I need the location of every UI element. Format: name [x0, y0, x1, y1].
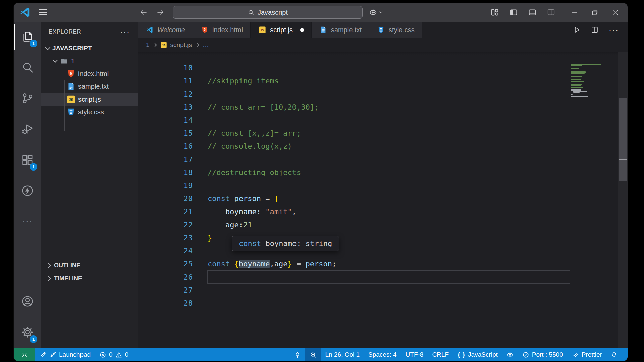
- activity-item-lightning[interactable]: [14, 176, 41, 207]
- code-line-16[interactable]: 16// console.log(x,z): [138, 140, 628, 153]
- minimap[interactable]: [571, 64, 610, 98]
- activity-item-search[interactable]: [14, 53, 41, 83]
- activity-item-extensions[interactable]: 1: [14, 145, 41, 176]
- section-timeline[interactable]: TIMELINE: [41, 272, 138, 285]
- code-line-11[interactable]: 11//skipping items: [138, 74, 628, 87]
- status-label: 0: [125, 351, 129, 358]
- code-line-21[interactable]: 21 boyname: "amit",: [138, 205, 628, 218]
- code-line-26[interactable]: 26: [138, 270, 628, 284]
- status-eol[interactable]: CRLF: [428, 348, 453, 361]
- code-line-13[interactable]: 13// const arr= [10,20,30];: [138, 101, 628, 114]
- activity-item-settings[interactable]: 1: [14, 317, 41, 348]
- toggle-primary-sidebar-icon[interactable]: [509, 8, 518, 17]
- code-editor[interactable]: 1011//skipping items1213// const arr= [1…: [138, 52, 628, 348]
- indent-guide: [64, 80, 65, 131]
- chevron-right-icon: [195, 43, 199, 47]
- file-row-script.js[interactable]: JSscript.js: [41, 93, 138, 106]
- overview-ruler-marker: [619, 159, 627, 160]
- code-line-20[interactable]: 20const person = {: [138, 192, 628, 205]
- code-line-12[interactable]: 12: [138, 87, 628, 101]
- code-line-10[interactable]: 10: [138, 61, 628, 74]
- activity-item-source-control[interactable]: [14, 83, 41, 114]
- menu-icon[interactable]: [39, 9, 52, 15]
- line-number: 20: [138, 192, 193, 205]
- line-number: 10: [138, 61, 193, 74]
- vertical-scrollbar[interactable]: [618, 52, 628, 348]
- breadcrumb-item[interactable]: script.js: [170, 41, 192, 49]
- status-screencast[interactable]: [289, 348, 305, 361]
- line-number: 14: [138, 114, 193, 127]
- workspace-row[interactable]: JAVASCRIPT: [41, 42, 138, 55]
- tab-sample.txt[interactable]: sample.txt: [312, 22, 369, 38]
- tab-style.css[interactable]: style.css: [369, 22, 422, 38]
- copilot-icon: [369, 8, 378, 17]
- code-line-18[interactable]: 18//destructing objects: [138, 166, 628, 179]
- breadcrumb-item[interactable]: …: [203, 41, 209, 49]
- code-line-22[interactable]: 22 age:21: [138, 218, 628, 231]
- editor-more-actions-icon[interactable]: ···: [609, 28, 619, 32]
- split-editor-icon[interactable]: [591, 26, 599, 34]
- code-line-15[interactable]: 15// const [x,,z]= arr;: [138, 127, 628, 140]
- tab-index.html[interactable]: 5index.html: [193, 22, 251, 38]
- command-center-search[interactable]: Javascript: [173, 6, 363, 19]
- forward-button[interactable]: [155, 7, 165, 17]
- section-outline[interactable]: OUTLINE: [41, 259, 138, 272]
- activity-item-explorer[interactable]: 1: [14, 22, 41, 53]
- line-number: 17: [138, 153, 193, 166]
- code-line-25[interactable]: 25const {boyname,age} = person;: [138, 257, 628, 270]
- code-line-23[interactable]: 23}: [138, 231, 628, 244]
- line-number: 27: [138, 284, 193, 297]
- status-language-mode[interactable]: { }JavaScript: [453, 348, 502, 361]
- status-launchpad[interactable]: Launchpad: [35, 348, 95, 361]
- status-copilot-status[interactable]: [502, 348, 518, 361]
- toggle-panel-icon[interactable]: [528, 8, 537, 17]
- warning-triangle-icon: [115, 351, 122, 358]
- activity-item-run-debug[interactable]: [14, 114, 41, 145]
- back-button[interactable]: [139, 7, 149, 17]
- status-remote-indicator[interactable]: [14, 348, 35, 361]
- run-button[interactable]: [573, 26, 581, 34]
- explorer-more-actions-icon[interactable]: ···: [120, 27, 130, 37]
- customize-layout-icon[interactable]: [490, 8, 499, 17]
- code-line-14[interactable]: 14: [138, 114, 628, 127]
- modified-dot-icon[interactable]: [300, 28, 304, 32]
- restore-icon[interactable]: [591, 8, 599, 17]
- status-zoom-indicator[interactable]: [305, 348, 321, 361]
- status-prettier[interactable]: Prettier: [568, 348, 606, 361]
- copilot-button[interactable]: [369, 8, 384, 17]
- file-row-style.css[interactable]: style.css: [41, 106, 138, 118]
- folder-row[interactable]: 1: [41, 55, 138, 67]
- code-line-17[interactable]: 17: [138, 153, 628, 166]
- file-row-index.html[interactable]: 5index.html: [41, 67, 138, 80]
- activity-item-account[interactable]: [14, 287, 41, 317]
- code-line-24[interactable]: 24: [138, 244, 628, 257]
- more-icon: ···: [22, 219, 33, 225]
- status-cursor-position[interactable]: Ln 26, Col 1: [321, 348, 364, 361]
- file-row-sample.txt[interactable]: sample.txt: [41, 80, 138, 93]
- tab-Welcome[interactable]: Welcome: [138, 22, 193, 38]
- scrollbar-thumb[interactable]: [619, 98, 627, 181]
- zoom-in-icon: [310, 351, 317, 358]
- code-line-28[interactable]: 28: [138, 297, 628, 310]
- vscode-window: Javascript: [13, 3, 628, 361]
- code-line-27[interactable]: 27: [138, 284, 628, 297]
- toggle-secondary-sidebar-icon[interactable]: [547, 8, 555, 17]
- chevron-right-icon: [153, 43, 157, 47]
- rocket-pencil-icon: [40, 351, 47, 358]
- status-indentation[interactable]: Spaces: 4: [364, 348, 401, 361]
- breadcrumb-item[interactable]: 1: [146, 41, 150, 49]
- code-line-19[interactable]: 19: [138, 179, 628, 192]
- status-encoding[interactable]: UTF-8: [401, 348, 428, 361]
- status-live-server-port[interactable]: Port : 5500: [518, 348, 568, 361]
- chevron-right-icon: [46, 276, 51, 281]
- vscode-logo-icon: [19, 7, 31, 18]
- activity-bar: 11···1: [14, 22, 41, 348]
- close-icon[interactable]: [611, 8, 620, 17]
- status-notifications[interactable]: [606, 348, 622, 361]
- tab-bar: Welcome5index.htmlJSscript.jssample.txts…: [138, 22, 628, 38]
- minimize-icon[interactable]: [570, 8, 579, 17]
- tab-script.js[interactable]: JSscript.js: [251, 22, 312, 38]
- css-icon: [67, 108, 75, 116]
- status-problems[interactable]: 00: [95, 348, 133, 361]
- activity-item-more[interactable]: ···: [14, 207, 41, 238]
